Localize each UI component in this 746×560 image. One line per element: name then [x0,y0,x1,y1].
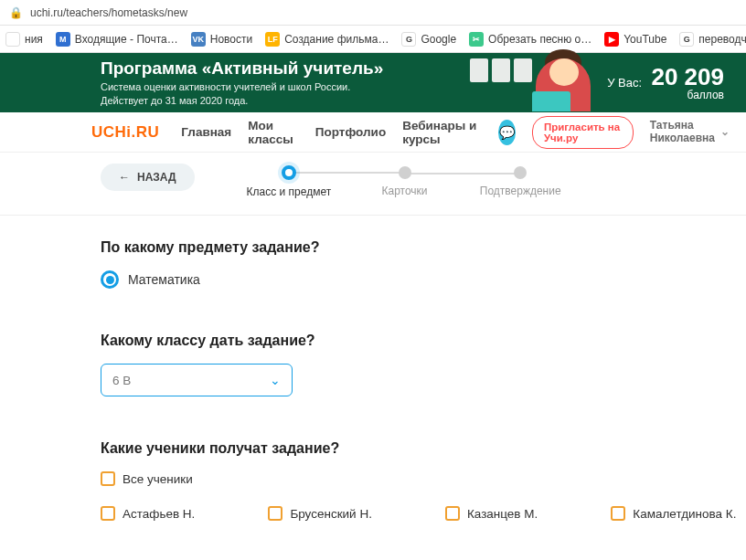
step-2[interactable]: Карточки [346,166,463,197]
step-1[interactable]: Класс и предмет [231,165,347,198]
invite-button[interactable]: Пригласить на Учи.ру [532,116,634,149]
checkbox-student[interactable]: Камалетдинова К. [611,506,736,521]
radio-math[interactable]: Математика [101,270,746,289]
step-dot-icon [514,166,527,179]
class-select[interactable]: 6 В ⌄ [101,364,293,396]
favicon-icon: G [401,32,416,47]
step-dot-icon [399,166,411,179]
user-menu[interactable]: ТатьянаНиколаевна ⌄ [650,120,730,145]
nav-portfolio[interactable]: Портфолио [315,125,386,139]
checkbox-student[interactable]: Брусенский Н. [268,506,372,521]
bookmark-label: Входящие - Почта… [75,33,178,46]
student-name: Астафьев Н. [123,507,195,521]
bookmark-label: переводчик онлай… [698,33,746,46]
bookmark-item[interactable]: ния [5,32,43,47]
points-label: баллов [651,89,724,101]
bookmark-label: YouTube [623,33,666,46]
banner-title: Программа «Активный учитель» [101,58,463,79]
bookmarks-bar: нияMВходящие - Почта…VKНовостиLFСоздание… [0,26,746,53]
stepper: Класс и предмет Карточки Подтверждение [231,165,579,198]
banner-illustration [463,55,591,111]
checkbox-student[interactable]: Астафьев Н. [101,506,195,521]
bookmark-item[interactable]: GGoogle [401,32,456,47]
bookmark-item[interactable]: VKНовости [191,32,252,47]
question-subject: По какому предмету задание? [101,239,746,256]
favicon-icon [5,32,20,47]
bookmark-item[interactable]: ▶YouTube [604,32,666,47]
arrow-left-icon: ← [119,171,130,184]
nav-classes[interactable]: Мои классы [248,119,299,146]
question-class: Какому классу дать задание? [101,333,746,349]
student-name: Брусенский Н. [290,507,372,521]
favicon-icon: ▶ [604,32,619,47]
chevron-down-icon: ⌄ [270,373,281,387]
checkbox-icon [268,506,282,521]
chevron-down-icon: ⌄ [720,126,730,139]
favicon-icon: LF [265,32,280,47]
you-have-label: У Вас: [607,76,642,90]
checkbox-student[interactable]: Казанцев М. [445,506,538,521]
favicon-icon: M [56,32,70,47]
checkbox-label: Все ученики [123,472,193,486]
bookmark-item[interactable]: MВходящие - Почта… [56,32,178,47]
lock-icon: 🔒 [9,6,23,19]
promo-banner[interactable]: Программа «Активный учитель» Система оце… [0,53,746,112]
checkbox-icon [101,506,115,521]
chat-icon[interactable]: 💬 [498,120,516,145]
divider [0,215,746,216]
step-3[interactable]: Подтверждение [463,166,579,197]
url-text: uchi.ru/teachers/hometasks/new [30,6,187,19]
student-name: Казанцев М. [467,507,538,521]
banner-points: У Вас: 20 209 баллов [607,65,724,101]
question-students: Какие ученики получат задание? [101,440,746,457]
step-dot-icon [282,165,296,180]
bookmark-item[interactable]: Gпереводчик онлай… [679,32,746,47]
banner-sub: Система оценки активности учителей и шко… [101,80,463,107]
page-content: ← НАЗАД Класс и предмет Карточки Подтвер… [0,153,746,548]
bookmark-label: Создание фильма… [284,33,389,46]
bookmark-item[interactable]: ✂Обрезать песню о… [469,32,591,47]
back-button[interactable]: ← НАЗАД [101,164,195,191]
back-label: НАЗАД [137,171,176,184]
nav-main[interactable]: Главная [181,125,231,139]
checkbox-icon [445,506,460,521]
favicon-icon: ✂ [469,32,484,47]
radio-label: Математика [128,272,200,287]
bookmark-label: Google [421,33,456,46]
favicon-icon: VK [191,32,206,47]
site-header: UCHi.RU Главная Мои классы Портфолио Веб… [0,112,746,153]
bookmark-label: Обрезать песню о… [488,33,591,46]
checkbox-all-students[interactable]: Все ученики [101,471,746,486]
checkbox-icon [611,506,625,521]
banner-text: Программа «Активный учитель» Система оце… [101,58,463,107]
bookmark-item[interactable]: LFСоздание фильма… [265,32,389,47]
points-value: 20 209 [651,65,724,89]
student-name: Камалетдинова К. [633,507,736,521]
browser-address-bar[interactable]: 🔒 uchi.ru/teachers/hometasks/new [0,0,746,26]
bookmark-label: Новости [210,33,252,46]
student-list: Астафьев Н.Брусенский Н.Казанцев М.Камал… [101,506,746,521]
bookmark-label: ния [25,33,43,46]
favicon-icon: G [679,32,694,47]
checkbox-icon [101,471,115,486]
select-value: 6 В [112,374,131,387]
radio-icon [101,270,119,289]
nav-webinars[interactable]: Вебинары и курсы [402,119,482,146]
logo[interactable]: UCHi.RU [91,123,159,142]
